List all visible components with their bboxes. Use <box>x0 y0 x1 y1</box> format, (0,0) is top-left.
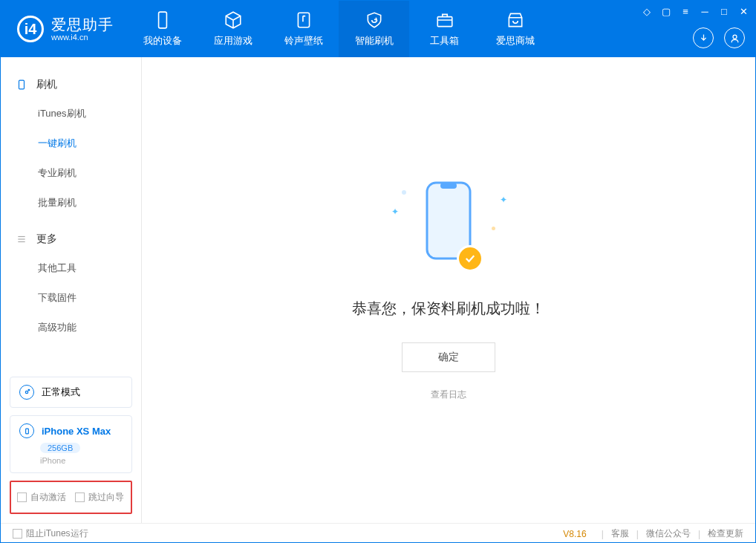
tab-label: 我的设备 <box>143 34 182 48</box>
sidebar-item-itunes-flash[interactable]: iTunes刷机 <box>1 99 141 129</box>
block-itunes-checkbox[interactable]: 阻止iTunes运行 <box>13 527 88 540</box>
tab-store[interactable]: 爱思商城 <box>480 1 550 57</box>
checkbox-label: 跳过向导 <box>88 491 124 504</box>
checkmark-icon <box>457 245 483 272</box>
svg-point-9 <box>28 389 30 391</box>
success-message: 恭喜您，保资料刷机成功啦！ <box>352 299 545 319</box>
sidebar-item-pro-flash[interactable]: 专业刷机 <box>1 158 141 188</box>
titlebar-controls: ◇ ▢ ≡ ─ □ ✕ <box>641 5 749 17</box>
device-info-card[interactable]: iPhone XS Max 256GB iPhone <box>10 415 132 473</box>
music-icon <box>294 10 313 30</box>
checkbox-label: 自动激活 <box>30 491 66 504</box>
checkbox-label: 阻止iTunes运行 <box>26 527 88 540</box>
group-label: 刷机 <box>36 78 57 91</box>
confirm-button[interactable]: 确定 <box>402 342 495 372</box>
tab-ringtone[interactable]: 铃声壁纸 <box>268 1 339 57</box>
device-type: iPhone <box>40 456 65 465</box>
svg-rect-12 <box>440 183 457 189</box>
phone-icon <box>16 79 27 91</box>
tab-smart-flash[interactable]: 智能刷机 <box>339 1 409 57</box>
sidebar-item-oneclick-flash[interactable]: 一键刷机 <box>1 129 141 158</box>
svg-rect-10 <box>25 429 28 434</box>
sidebar-item-other-tools[interactable]: 其他工具 <box>1 253 141 283</box>
logo: i4 爱思助手 www.i4.cn <box>1 16 127 42</box>
skip-wizard-checkbox[interactable]: 跳过向导 <box>75 491 124 504</box>
user-button[interactable] <box>724 27 745 48</box>
header-actions <box>693 27 745 48</box>
tab-my-device[interactable]: 我的设备 <box>127 1 198 57</box>
store-icon <box>506 10 525 30</box>
tab-label: 智能刷机 <box>355 34 394 48</box>
device-capacity-badge: 256GB <box>40 443 80 453</box>
svg-point-3 <box>733 35 737 39</box>
feedback-icon[interactable]: ▢ <box>660 5 672 17</box>
sidebar-group-more: 更多 <box>1 225 141 253</box>
support-link[interactable]: 客服 <box>611 527 629 540</box>
tab-label: 应用游戏 <box>214 34 252 48</box>
check-update-link[interactable]: 检查更新 <box>708 527 743 540</box>
status-bar: 阻止iTunes运行 V8.16 | 客服 | 微信公众号 | 检查更新 <box>1 523 755 543</box>
svg-rect-0 <box>158 12 166 28</box>
svg-rect-2 <box>437 17 452 27</box>
success-illustration: ✦ ✦ <box>385 180 512 276</box>
maximize-button[interactable]: □ <box>718 5 730 17</box>
tab-label: 爱思商城 <box>496 34 535 48</box>
app-name: 爱思助手 <box>51 16 114 33</box>
sidebar-item-download-firmware[interactable]: 下载固件 <box>1 283 141 313</box>
svg-rect-1 <box>298 13 309 27</box>
app-header: i4 爱思助手 www.i4.cn 我的设备 应用游戏 铃声壁纸 智能刷机 工具… <box>1 1 755 57</box>
close-button[interactable]: ✕ <box>737 5 749 17</box>
svg-point-8 <box>25 391 27 393</box>
wechat-link[interactable]: 微信公众号 <box>646 527 691 540</box>
sidebar: 刷机 iTunes刷机 一键刷机 专业刷机 批量刷机 更多 其他工具 下载固件 … <box>1 57 142 523</box>
tab-toolbox[interactable]: 工具箱 <box>409 1 480 57</box>
logo-icon: i4 <box>17 16 44 42</box>
app-url: www.i4.cn <box>51 33 114 42</box>
version-label: V8.16 <box>563 529 586 539</box>
group-label: 更多 <box>36 233 57 246</box>
view-log-link[interactable]: 查看日志 <box>431 388 466 401</box>
tab-label: 铃声壁纸 <box>284 34 323 48</box>
list-icon <box>16 233 27 245</box>
shirt-icon[interactable]: ◇ <box>641 5 653 17</box>
download-button[interactable] <box>693 27 714 48</box>
flash-options-box: 自动激活 跳过向导 <box>10 481 132 514</box>
sidebar-item-advanced[interactable]: 高级功能 <box>1 313 141 342</box>
phone-device-icon <box>19 423 34 438</box>
device-name: iPhone XS Max <box>42 426 111 437</box>
sidebar-item-batch-flash[interactable]: 批量刷机 <box>1 188 141 218</box>
device-icon <box>153 10 172 30</box>
tab-apps[interactable]: 应用游戏 <box>198 1 268 57</box>
menu-icon[interactable]: ≡ <box>680 5 691 17</box>
main-tabs: 我的设备 应用游戏 铃声壁纸 智能刷机 工具箱 爱思商城 <box>127 1 550 57</box>
device-mode-label: 正常模式 <box>42 386 80 399</box>
sidebar-group-flash: 刷机 <box>1 71 141 99</box>
refresh-shield-icon <box>365 10 384 30</box>
toolbox-icon <box>435 10 454 30</box>
mode-icon <box>19 385 34 400</box>
tab-label: 工具箱 <box>430 34 459 48</box>
svg-rect-4 <box>19 80 25 89</box>
device-mode-card[interactable]: 正常模式 <box>10 377 132 408</box>
cube-icon <box>224 10 243 30</box>
minimize-button[interactable]: ─ <box>699 5 711 17</box>
main-content: ✦ ✦ 恭喜您，保资料刷机成功啦！ 确定 查看日志 <box>142 57 755 523</box>
auto-activate-checkbox[interactable]: 自动激活 <box>17 491 66 504</box>
